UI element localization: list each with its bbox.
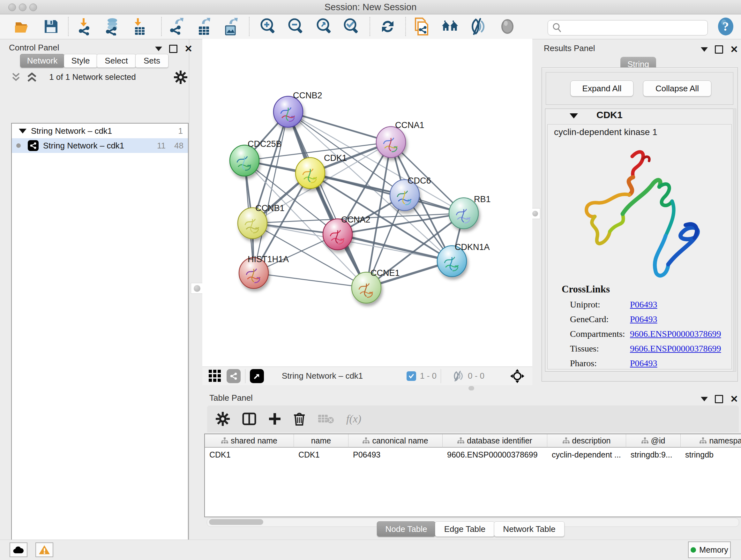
- search-input[interactable]: [562, 23, 708, 32]
- import-network-file-button[interactable]: [77, 17, 94, 36]
- float-panel-icon[interactable]: [169, 45, 178, 53]
- search-field[interactable]: [548, 20, 708, 36]
- float-panel-icon[interactable]: [715, 395, 723, 403]
- refresh-button[interactable]: [379, 17, 397, 36]
- close-panel-icon[interactable]: ✕: [185, 46, 192, 52]
- node-label-CDK1: CDK1: [324, 153, 347, 163]
- tab-edge-table[interactable]: Edge Table: [435, 521, 495, 537]
- table-cell[interactable]: stringdb:9...: [626, 448, 681, 461]
- import-table-file-button[interactable]: [131, 17, 149, 36]
- memory-button[interactable]: Memory: [688, 542, 731, 558]
- zoom-in-button[interactable]: [259, 17, 277, 36]
- expand-all-button[interactable]: Expand All: [570, 80, 633, 97]
- warning-icon: [39, 545, 50, 555]
- scrollbar-thumb[interactable]: [209, 519, 263, 525]
- crosslink-link[interactable]: P06493: [630, 314, 657, 324]
- warnings-button[interactable]: [36, 543, 53, 557]
- collapse-all-button[interactable]: Collapse All: [643, 80, 711, 97]
- network-row-selected[interactable]: String Network – cdk1 11 48: [12, 138, 188, 153]
- crosslink-link[interactable]: 9606.ENSP00000378699: [630, 329, 721, 339]
- save-session-button[interactable]: [42, 17, 60, 36]
- column-header-description[interactable]: description: [547, 434, 626, 448]
- crosslink-link[interactable]: P06493: [630, 358, 657, 368]
- collapse-panel-icon[interactable]: [701, 47, 708, 52]
- collapse-all-networks-icon[interactable]: [11, 72, 25, 83]
- tab-node-table[interactable]: Node Table: [377, 521, 435, 537]
- detach-view-icon[interactable]: [250, 369, 264, 383]
- node-label-RB1: RB1: [474, 194, 491, 204]
- collection-expander-icon[interactable]: [19, 129, 26, 133]
- node-label-CDC6: CDC6: [408, 176, 431, 186]
- network-graph[interactable]: CCNB2CCNA1CDC25BCDK1CDC6RB1CCNB1CCNA2HIS…: [202, 39, 532, 367]
- network-options-gear-icon[interactable]: [174, 70, 188, 84]
- string-import-button[interactable]: [413, 17, 431, 36]
- table-cell[interactable]: stringdb: [681, 448, 741, 461]
- crosslink-link[interactable]: P06493: [630, 300, 657, 310]
- network-collection-row[interactable]: String Network – cdk1 1: [12, 124, 188, 138]
- double-home-icon: [441, 18, 459, 35]
- tab-sets[interactable]: Sets: [135, 54, 169, 68]
- import-table-icon: [131, 17, 148, 36]
- collapse-panel-icon[interactable]: [701, 397, 708, 401]
- home-layout-button[interactable]: [441, 17, 459, 36]
- hide-unselected-button[interactable]: [469, 17, 487, 36]
- cloud-status-button[interactable]: [10, 543, 27, 557]
- expand-all-networks-icon[interactable]: [26, 71, 40, 83]
- column-header-namespace[interactable]: namespace: [681, 434, 741, 448]
- open-file-button[interactable]: [13, 17, 31, 36]
- horizontal-splitter-handle[interactable]: [468, 386, 474, 390]
- left-splitter-handle[interactable]: [191, 283, 203, 294]
- table-cell[interactable]: 9606.ENSP00000378699: [443, 448, 547, 461]
- column-header-canonical-name[interactable]: canonical name: [348, 434, 443, 448]
- close-panel-icon[interactable]: ✕: [730, 396, 738, 402]
- grid-view-icon[interactable]: [208, 369, 222, 383]
- table-cell[interactable]: CDK1: [294, 448, 348, 461]
- add-column-icon[interactable]: [268, 413, 281, 425]
- tab-select[interactable]: Select: [97, 54, 136, 68]
- netbar-separator: [441, 369, 441, 383]
- fit-content-crosshair-icon[interactable]: [510, 369, 525, 383]
- toolbar-separator: [68, 17, 69, 36]
- protein-details: cyclin-dependent kinase 1: [547, 124, 732, 369]
- export-network-button[interactable]: [169, 17, 186, 36]
- column-header-shared-name[interactable]: shared name: [205, 434, 294, 448]
- edge-CCNB2-CCNA1[interactable]: [288, 112, 391, 142]
- network-share-view-icon[interactable]: [226, 369, 241, 383]
- tab-network[interactable]: Network: [20, 54, 64, 68]
- edge-CCNB2-HIST1H1A[interactable]: [254, 112, 288, 273]
- column-header-database-identifier[interactable]: database identifier: [443, 434, 547, 448]
- column-header-@id[interactable]: @id: [626, 434, 681, 448]
- table-cell[interactable]: P06493: [348, 448, 443, 461]
- table-cell[interactable]: cyclin-dependent ...: [547, 448, 626, 461]
- node-CDC25B[interactable]: [230, 145, 259, 176]
- collapse-panel-icon[interactable]: [155, 47, 162, 51]
- network-canvas[interactable]: CCNB2CCNA1CDC25BCDK1CDC6RB1CCNB1CCNA2HIS…: [202, 39, 532, 367]
- zoom-fit-button[interactable]: [315, 17, 333, 36]
- tab-style[interactable]: Style: [64, 54, 97, 68]
- tab-network-table[interactable]: Network Table: [494, 521, 564, 537]
- show-all-button[interactable]: [498, 17, 516, 36]
- delete-column-icon[interactable]: [293, 412, 306, 426]
- zoom-selected-button[interactable]: [342, 17, 360, 36]
- close-panel-icon[interactable]: ✕: [730, 46, 738, 53]
- show-columns-icon[interactable]: [242, 413, 256, 425]
- table-options-gear-icon[interactable]: [215, 412, 230, 426]
- node-CDK1[interactable]: [295, 158, 325, 189]
- crosslink-link[interactable]: 9606.ENSP00000378699: [630, 344, 721, 354]
- section-expander-icon[interactable]: [569, 113, 578, 118]
- edge-HIST1H1A-CCNE1[interactable]: [254, 273, 366, 288]
- edge-CDK1-RB1[interactable]: [310, 173, 464, 213]
- import-network-database-button[interactable]: [104, 17, 121, 36]
- edge-CCNA2-CDKN1A[interactable]: [338, 234, 452, 261]
- results-scrollbar[interactable]: [733, 109, 736, 372]
- help-button[interactable]: ?: [717, 17, 735, 36]
- selected-checkbox[interactable]: [407, 371, 416, 381]
- float-panel-icon[interactable]: [715, 45, 723, 54]
- column-header-name[interactable]: name: [294, 434, 348, 448]
- export-table-button[interactable]: [195, 17, 213, 36]
- node-CCNB2[interactable]: [273, 97, 303, 127]
- zoom-out-button[interactable]: [287, 17, 305, 36]
- export-image-button[interactable]: [222, 17, 240, 36]
- node-CCNA1[interactable]: [376, 127, 406, 158]
- table-cell[interactable]: CDK1: [205, 448, 294, 461]
